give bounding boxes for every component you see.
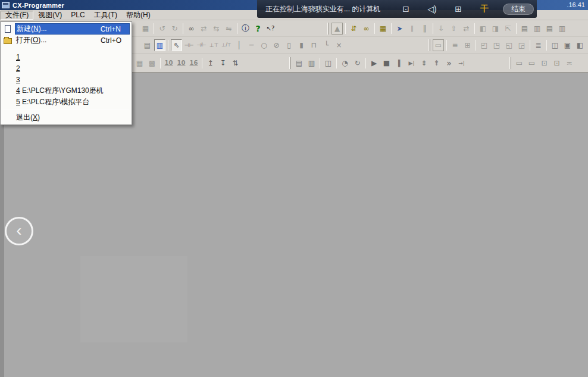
menu-item-exit[interactable]: 退出(X) <box>1 112 132 123</box>
delete-line-button[interactable]: × <box>333 39 345 51</box>
undo-button[interactable]: ↺ <box>157 23 168 35</box>
menu-item-recent-2[interactable]: 2 <box>1 63 132 74</box>
inverted-instruction-button[interactable]: ▮ <box>296 39 307 51</box>
menu-item-recent-1[interactable]: 1 <box>1 51 132 63</box>
partial-transfer-button[interactable]: ◧ <box>477 23 489 35</box>
level-adjust-button[interactable]: ≍ <box>564 57 575 69</box>
grid-toggle-button[interactable]: ▩ <box>146 57 158 69</box>
local-window-button[interactable]: ◧ <box>574 39 586 51</box>
coil-button[interactable]: ○ <box>258 39 270 51</box>
end-session-button[interactable]: 结束 <box>503 4 534 15</box>
contact-or-no-button[interactable]: ⊥⊤ <box>208 39 220 51</box>
compare-with-plc-button[interactable]: ⇄ <box>461 23 472 35</box>
menu-item-recent-5[interactable]: 5 E:\PLC程序\模拟平台 <box>1 96 132 108</box>
menu-file[interactable]: 文件(F) <box>1 11 33 20</box>
redo-button[interactable]: ↻ <box>169 23 180 35</box>
properties-button[interactable]: ⓘ <box>240 23 251 35</box>
select-tool-button[interactable]: ⇖ <box>171 39 182 51</box>
context-help-button[interactable]: ↖? <box>265 23 276 35</box>
step-out-button[interactable]: ⇞ <box>431 57 442 69</box>
horizontal-line-button[interactable]: ─ <box>246 39 257 51</box>
fullscreen-icon[interactable]: ⊡ <box>397 4 415 14</box>
speaker-icon[interactable]: ◁) <box>423 4 441 14</box>
toolbar-grip[interactable] <box>429 39 430 51</box>
differential-monitor-button[interactable]: ◔ <box>339 57 351 69</box>
view-ladder-button[interactable]: ▥ <box>154 39 165 51</box>
force-off-button[interactable]: ↧ <box>217 57 229 69</box>
continuous-step-button[interactable]: » <box>443 57 455 69</box>
insert-below-button[interactable]: ◳ <box>491 39 502 51</box>
io-node-button[interactable]: ⊡ <box>551 57 562 69</box>
pause-monitor-button[interactable]: ◫ <box>323 57 334 69</box>
online-edit-button[interactable]: ▦ <box>377 23 389 35</box>
monitor-hex-button[interactable]: 16 <box>188 57 199 69</box>
work-online-button[interactable]: ⇵ <box>348 23 359 35</box>
line-connect-button[interactable]: └ <box>321 39 332 51</box>
grid-show-button[interactable]: ▦ <box>134 57 145 69</box>
run-button[interactable]: ▶ <box>368 57 380 69</box>
contact-or-nc-button[interactable]: ⊥/⊤ <box>221 39 232 51</box>
force-on-button[interactable]: ↥ <box>205 57 216 69</box>
force-cancel-button[interactable]: ⇅ <box>230 57 241 69</box>
menu-tools[interactable]: 工具(T) <box>90 11 121 20</box>
stop-button[interactable]: ■ <box>381 57 392 69</box>
plc-settings-button[interactable]: ▥ <box>531 23 543 35</box>
menu-item-new[interactable]: 新建(N)... Ctrl+N <box>1 23 132 35</box>
step-run-button[interactable]: ▶| <box>406 57 417 69</box>
cancel-transfer-button[interactable]: ⇱ <box>502 23 514 35</box>
plc-memory-button[interactable]: ▥ <box>556 23 568 35</box>
replace-all-button[interactable]: ⇆ <box>211 23 222 35</box>
rung-comment-button[interactable]: ▭ <box>526 57 537 69</box>
replace-button[interactable]: ⇄ <box>198 23 209 35</box>
back-overlay-button[interactable]: ‹ <box>5 217 33 245</box>
function-block-button[interactable]: ⊓ <box>308 39 320 51</box>
transfer-to-plc-button[interactable]: ⇩ <box>436 23 447 35</box>
menu-view[interactable]: 视图(V) <box>34 11 66 20</box>
contact-no-button[interactable]: ⊣⊢ <box>183 39 195 51</box>
menu-item-recent-3[interactable]: 3 <box>1 74 132 85</box>
transfer-from-plc-button[interactable]: ⇧ <box>448 23 459 35</box>
transfer-program-button[interactable]: ▭ <box>433 39 444 51</box>
contact-nc-button[interactable]: ⊣/⊢ <box>196 39 207 51</box>
add-screen-icon[interactable]: ⊞ <box>449 4 467 14</box>
monitor-signed-decimal-button[interactable]: 10 <box>176 57 187 69</box>
multiple-io-button[interactable]: ≡ <box>449 39 461 51</box>
time-chart-button[interactable]: ↻ <box>352 57 363 69</box>
symbol-tree-button[interactable]: ≣ <box>533 39 544 51</box>
monitor-clock-button[interactable]: ▥ <box>306 57 317 69</box>
calendar-button[interactable]: ⊞ <box>462 39 473 51</box>
view-mnemonics-button[interactable]: ▤ <box>142 39 153 51</box>
toolbar-grip[interactable] <box>509 57 511 69</box>
vertical-line-button[interactable]: │ <box>233 39 245 51</box>
instruction-button[interactable]: ▯ <box>283 39 295 51</box>
menu-plc[interactable]: PLC <box>67 11 89 20</box>
toolbar-grip[interactable] <box>289 57 291 69</box>
find-next-button[interactable]: ⇋ <box>223 23 234 35</box>
io-table-button[interactable]: ▤ <box>519 23 530 35</box>
io-comment-button[interactable]: ▭ <box>514 57 525 69</box>
work-online-simulator-button[interactable]: ∞ <box>361 23 372 35</box>
io-connect-button[interactable]: ⊡ <box>539 57 550 69</box>
save-library-button[interactable]: ▦ <box>140 23 151 35</box>
pause-run-button[interactable]: ‖ <box>393 57 405 69</box>
closed-coil-button[interactable]: ⊘ <box>271 39 282 51</box>
remove-entry-button[interactable]: ◲ <box>516 39 527 51</box>
insert-above-button[interactable]: ◰ <box>478 39 490 51</box>
monitor-decimal-button[interactable]: 10 <box>163 57 174 69</box>
run-to-end-button[interactable]: →| <box>456 57 467 69</box>
simulator-button[interactable]: ➤ <box>394 23 405 35</box>
cross-reference-button[interactable]: ▣ <box>562 39 573 51</box>
partial-transfer-from-button[interactable]: ◨ <box>490 23 501 35</box>
step-in-button[interactable]: ⇟ <box>418 57 430 69</box>
memory-card-button[interactable]: ▤ <box>544 23 555 35</box>
find-button[interactable]: ∞ <box>186 23 197 35</box>
toggle-check-button[interactable]: ◱ <box>503 39 515 51</box>
pause-simulator-button[interactable]: ‖ <box>406 23 418 35</box>
pause-button[interactable]: ‖ <box>419 23 430 35</box>
pointer-tool-icon[interactable]: 干 <box>476 4 493 14</box>
toolbar-grip[interactable] <box>327 23 329 35</box>
watch-window-button[interactable]: ◫ <box>549 39 561 51</box>
help-button[interactable]: ? <box>252 23 264 35</box>
menu-help[interactable]: 帮助(H) <box>122 11 155 20</box>
menu-item-open[interactable]: 打开(O)... Ctrl+O <box>1 35 132 46</box>
